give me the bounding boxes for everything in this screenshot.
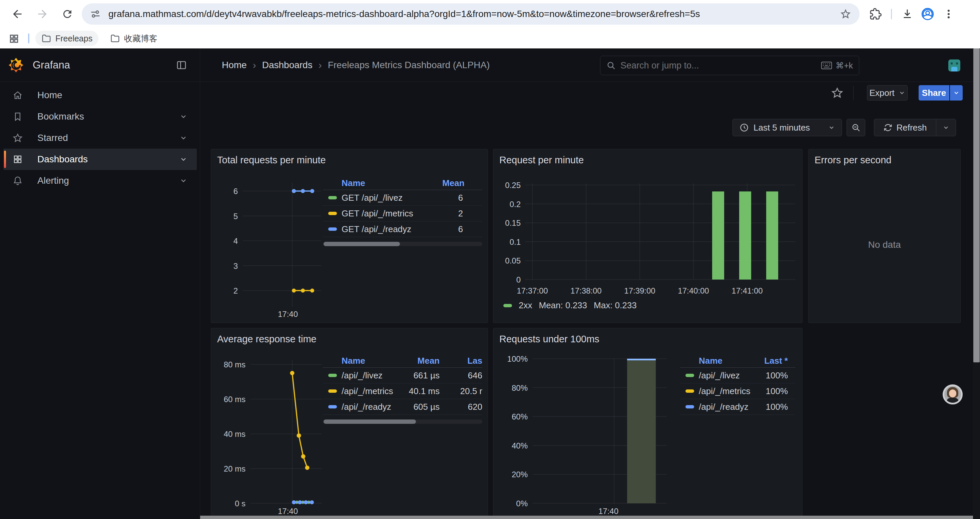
svg-text:17:38:00: 17:38:00: [570, 286, 601, 295]
grafana-logo[interactable]: [8, 57, 24, 73]
legend-row[interactable]: /api/_/readyz100%: [680, 399, 795, 415]
back-icon[interactable]: [10, 6, 25, 22]
series-mean: Mean: 0.233: [539, 300, 587, 311]
forward-icon[interactable]: [34, 6, 50, 22]
horizontal-scrollbar[interactable]: [200, 516, 973, 519]
legend-row[interactable]: /api/_/metrics40.1 ms20.5 r: [323, 383, 482, 399]
breadcrumb-dashboards[interactable]: Dashboards: [262, 60, 313, 70]
browser-toolbar: grafana.mathmast.com/d/deytv4rwavabkb/fr…: [0, 0, 980, 28]
time-range-picker[interactable]: Last 5 minutes: [732, 119, 842, 136]
chevron-down-icon[interactable]: [180, 113, 188, 121]
svg-text:0.25: 0.25: [505, 181, 521, 190]
legend-row[interactable]: GET /api/_/readyz6: [323, 222, 482, 237]
request-per-minute-chart[interactable]: 0.250.20.150.10.05017:37:0017:38:0017:39…: [493, 149, 803, 323]
breadcrumb-home[interactable]: Home: [222, 60, 247, 70]
series-name: /api/_/livez: [699, 370, 752, 381]
downloads-icon[interactable]: [899, 6, 915, 22]
assistant-avatar[interactable]: [943, 385, 963, 404]
share-menu-button[interactable]: [950, 85, 963, 101]
search-box[interactable]: ⌘+k: [600, 56, 859, 75]
chevron-down-icon[interactable]: [180, 155, 188, 163]
svg-text:40 ms: 40 ms: [224, 430, 245, 439]
svg-text:0: 0: [516, 275, 521, 284]
legend-header[interactable]: NameMeanLas: [323, 355, 482, 368]
legend-2xx[interactable]: 2xx Mean: 0.233 Max: 0.233: [503, 300, 637, 311]
sidebar-item-alerting[interactable]: Alerting: [3, 170, 197, 192]
favorite-star-icon[interactable]: [831, 87, 843, 99]
legend-row[interactable]: /api/_/metrics100%: [680, 383, 795, 399]
panel-request-per-minute: Request per minute 0.250.20.150.10.05017…: [493, 149, 803, 323]
bookmark-folder-freeleaps[interactable]: Freeleaps: [35, 31, 99, 46]
legend-scrollbar[interactable]: [323, 420, 482, 424]
chevron-down-icon: [899, 89, 905, 96]
sidebar-item-dashboards[interactable]: Dashboards: [3, 149, 197, 170]
sidebar-item-starred[interactable]: Starred: [3, 127, 197, 149]
reload-icon[interactable]: [59, 6, 75, 22]
legend-row[interactable]: /api/_/livez661 µs646: [323, 368, 482, 383]
actions-divider: [853, 86, 854, 100]
extensions-icon[interactable]: [868, 6, 884, 22]
series-max: Max: 0.233: [594, 300, 637, 311]
series-swatch: [686, 390, 694, 393]
legend-table: NameMeanLas/api/_/livez661 µs646/api/_/m…: [323, 355, 482, 415]
bookmark-star-icon[interactable]: [840, 8, 851, 20]
svg-text:0.05: 0.05: [505, 256, 521, 265]
home-icon: [13, 90, 23, 100]
legend-row[interactable]: GET /api/_/metrics2: [323, 206, 482, 222]
series-swatch: [686, 405, 694, 409]
series-swatch: [328, 405, 337, 409]
legend-header[interactable]: NameMean: [323, 177, 482, 190]
vertical-scrollbar-thumb[interactable]: [973, 48, 980, 363]
series-name: /api/_/readyz: [699, 402, 752, 412]
browser-menu-icon[interactable]: [941, 6, 957, 22]
legend-scrollbar[interactable]: [323, 242, 482, 246]
bell-icon: [13, 176, 23, 186]
svg-text:60%: 60%: [512, 412, 528, 421]
refresh-interval-button[interactable]: [936, 119, 956, 136]
svg-text:20%: 20%: [512, 470, 528, 479]
keyboard-shortcut: ⌘+k: [821, 61, 853, 70]
sidebar-item-home[interactable]: Home: [3, 85, 197, 106]
series-swatch: [686, 374, 694, 377]
series-name: /api/_/readyz: [342, 402, 399, 412]
site-settings-icon[interactable]: [90, 8, 101, 20]
legend-row[interactable]: /api/_/livez100%: [680, 368, 795, 383]
svg-text:17:37:00: 17:37:00: [517, 286, 548, 295]
refresh-button[interactable]: Refresh: [874, 119, 937, 136]
sidebar-item-label: Alerting: [37, 175, 69, 186]
chevron-down-icon[interactable]: [180, 177, 188, 185]
series-value: 6: [442, 224, 482, 235]
address-bar[interactable]: grafana.mathmast.com/d/deytv4rwavabkb/fr…: [82, 3, 859, 25]
series-value: 40.1 ms: [399, 386, 440, 396]
series-swatch: [328, 196, 337, 200]
breadcrumb: Home › Dashboards › Freeleaps Metrics Da…: [222, 48, 490, 82]
bookmark-label: 收藏博客: [124, 33, 158, 44]
share-button[interactable]: Share: [919, 85, 949, 101]
breadcrumb-current: Freeleaps Metrics Dashboard (ALPHA): [328, 60, 490, 70]
legend-row[interactable]: GET /api/_/livez6: [323, 190, 482, 206]
series-value: 6: [442, 193, 482, 203]
bookmark-folder-blogs[interactable]: 收藏博客: [104, 31, 164, 46]
export-button[interactable]: Export: [867, 85, 908, 101]
legend-header[interactable]: NameLast *: [680, 355, 795, 368]
svg-text:6: 6: [234, 187, 238, 196]
svg-text:0%: 0%: [516, 499, 528, 508]
user-avatar[interactable]: [948, 59, 960, 72]
vertical-scrollbar[interactable]: [973, 48, 980, 519]
legend-row[interactable]: /api/_/readyz605 µs620: [323, 399, 482, 415]
panel-title[interactable]: Errors per second: [815, 155, 892, 166]
svg-text:0.2: 0.2: [510, 200, 521, 209]
brand-title[interactable]: Grafana: [33, 48, 70, 82]
sidebar-item-bookmarks[interactable]: Bookmarks: [3, 106, 197, 127]
profile-icon[interactable]: [920, 6, 935, 22]
chevron-down-icon: [828, 124, 835, 131]
search-input[interactable]: [620, 61, 816, 71]
apps-grid-icon[interactable]: [6, 31, 22, 47]
zoom-out-button[interactable]: [846, 119, 865, 136]
zoom-out-icon: [851, 123, 861, 132]
grafana-content: Home › Dashboards › Freeleaps Metrics Da…: [200, 48, 980, 519]
url-text[interactable]: grafana.mathmast.com/d/deytv4rwavabkb/fr…: [108, 9, 832, 19]
sidebar-collapse-icon[interactable]: [176, 60, 187, 70]
series-name: GET /api/_/readyz: [342, 224, 442, 235]
chevron-down-icon[interactable]: [180, 134, 188, 142]
